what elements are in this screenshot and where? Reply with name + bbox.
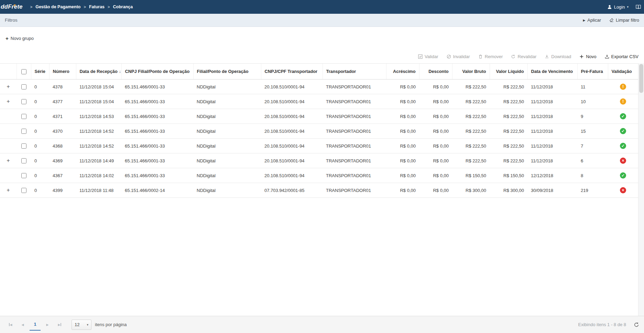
column-header-desconto[interactable]: Desconto <box>419 64 452 79</box>
column-label: CNPJ/CPF Transportador <box>265 69 318 74</box>
cell-filial: NDDigital <box>193 168 261 183</box>
cell-acrescimo: R$ 0,00 <box>386 94 419 109</box>
table-row: +0437711/12/2018 15:0465.151.466/0001-33… <box>0 94 638 109</box>
cell-vencimento: 11/12/2018 <box>527 124 577 139</box>
validation-success-icon: ✓ <box>620 143 626 149</box>
cell-desconto: R$ 0,00 <box>419 139 452 153</box>
cell-valor_liquido: R$ 222,50 <box>490 79 527 94</box>
row-checkbox[interactable] <box>21 188 26 193</box>
prev-page-button[interactable]: ◀ <box>17 319 28 331</box>
remove-button[interactable]: Remover <box>478 54 503 59</box>
new-button[interactable]: Novo <box>579 54 596 59</box>
clear-filter-button[interactable]: Limpar filtro <box>609 18 639 23</box>
row-checkbox[interactable] <box>21 99 26 104</box>
cell-vencimento: 30/09/2018 <box>527 183 577 198</box>
select-all-header[interactable] <box>17 64 31 79</box>
invoice-grid: SérieNúmeroData de Recepção↓CNPJ Filial/… <box>0 63 644 198</box>
vertical-scrollbar[interactable] <box>638 63 644 316</box>
action-label: Validar <box>425 54 438 59</box>
checkbox-cell <box>17 153 31 168</box>
cell-pre_fatura: 219 <box>577 183 608 198</box>
book-icon[interactable] <box>635 4 642 10</box>
column-header-vencimento[interactable]: Data de Vencimento <box>527 64 577 79</box>
column-label: Acréscimo <box>393 69 415 74</box>
column-header-acrescimo[interactable]: Acréscimo <box>386 64 419 79</box>
column-label: Validação <box>612 69 632 74</box>
expand-row-icon[interactable]: + <box>7 99 10 104</box>
table-row: 0436811/12/2018 14:5265.151.466/0001-33N… <box>0 139 638 153</box>
select-all-checkbox[interactable] <box>21 69 26 74</box>
table-row: 0437111/12/2018 14:5365.151.466/0001-33N… <box>0 109 638 124</box>
cell-serie: 0 <box>31 168 49 183</box>
table-row: +0439911/12/2018 11:4865.151.466/0002-14… <box>0 183 638 198</box>
cell-pre_fatura: 15 <box>577 124 608 139</box>
cell-pre_fatura: 9 <box>577 109 608 124</box>
scrollbar-thumb[interactable] <box>639 64 643 93</box>
breadcrumb-gestao-de-pagamento[interactable]: Gestão de Pagamento <box>35 4 80 9</box>
check-square-icon <box>418 54 423 59</box>
cell-valor_bruto: R$ 222,50 <box>452 124 490 139</box>
play-icon: ▶ <box>583 19 585 22</box>
row-checkbox[interactable] <box>21 129 26 134</box>
column-header-cnpj_transportador[interactable]: CNPJ/CPF Transportador <box>261 64 323 79</box>
first-page-button[interactable]: ◀ <box>5 319 16 331</box>
logo[interactable]: ddFrete <box>0 3 26 10</box>
current-page-button[interactable]: 1 <box>30 319 41 331</box>
column-header-valor_liquido[interactable]: Valor Líquido <box>490 64 527 79</box>
expand-row-icon[interactable]: + <box>7 158 10 163</box>
breadcrumb-cobranca[interactable]: Cobrança <box>113 4 133 9</box>
login-menu[interactable]: Login ▾ <box>607 4 629 10</box>
column-header-validacao[interactable]: Validação <box>608 64 638 79</box>
expand-row-icon[interactable]: + <box>7 187 10 193</box>
cell-valor_bruto: R$ 222,50 <box>452 109 490 124</box>
cell-filial: NDDigital <box>193 109 261 124</box>
cell-acrescimo: R$ 0,00 <box>386 79 419 94</box>
cell-transportador: TRANSPORTADOR01 <box>323 153 386 168</box>
next-page-button[interactable]: ▶ <box>42 319 53 331</box>
column-header-pre_fatura[interactable]: Pré-Fatura <box>577 64 608 79</box>
column-header-serie[interactable]: Série <box>31 64 49 79</box>
row-checkbox[interactable] <box>21 173 26 178</box>
breadcrumb-faturas[interactable]: Faturas <box>89 4 105 9</box>
cell-cnpj_filial: 65.151.466/0001-33 <box>121 139 193 153</box>
revalidate-button[interactable]: Revalidar <box>511 54 536 59</box>
row-checkbox[interactable] <box>21 158 26 163</box>
login-label: Login <box>614 4 625 10</box>
column-header-numero[interactable]: Número <box>49 64 76 79</box>
expand-row-icon[interactable]: + <box>7 84 10 89</box>
row-checkbox[interactable] <box>21 114 26 119</box>
validate-button[interactable]: Validar <box>418 54 438 59</box>
new-group-button[interactable]: + Novo grupo <box>6 35 34 41</box>
refresh-button[interactable] <box>634 322 639 327</box>
last-page-button[interactable]: ▶ <box>54 319 65 331</box>
row-checkbox[interactable] <box>21 84 26 89</box>
cell-serie: 0 <box>31 183 49 198</box>
column-header-valor_bruto[interactable]: Valor Bruto <box>452 64 490 79</box>
cell-numero: 4367 <box>49 168 76 183</box>
cell-recepcao: 11/12/2018 14:52 <box>76 124 121 139</box>
apply-filter-button[interactable]: ▶ Aplicar <box>583 18 601 23</box>
cell-cnpj_filial: 65.151.466/0001-33 <box>121 79 193 94</box>
topbar: ddFrete > Gestão de Pagamento > Faturas … <box>0 0 644 14</box>
download-button[interactable]: Download <box>545 54 571 59</box>
cell-vencimento: 11/12/2018 <box>527 153 577 168</box>
validation-cell: ! <box>608 79 638 94</box>
column-header-transportador[interactable]: Transportador <box>323 64 386 79</box>
column-header-cnpj_filial[interactable]: CNPJ Filial/Ponto de Operação <box>121 64 193 79</box>
column-header-filial[interactable]: Filial/Ponto de Operação <box>193 64 261 79</box>
expand-cell: + <box>0 94 17 109</box>
cell-valor_bruto: R$ 222,50 <box>452 139 490 153</box>
page-size-select[interactable]: 12 ▾ <box>72 320 91 330</box>
cell-cnpj_transportador: 20.108.510/0001-94 <box>261 168 323 183</box>
cell-filial: NDDigital <box>193 139 261 153</box>
cell-vencimento: 11/12/2018 <box>527 139 577 153</box>
checkbox-cell <box>17 168 31 183</box>
export-csv-button[interactable]: Exportar CSV <box>605 54 638 59</box>
row-checkbox[interactable] <box>21 143 26 149</box>
invalidate-button[interactable]: Invalidar <box>447 54 470 59</box>
column-header-recepcao[interactable]: Data de Recepção↓ <box>76 64 121 79</box>
cell-acrescimo: R$ 0,00 <box>386 168 419 183</box>
cell-acrescimo: R$ 0,00 <box>386 109 419 124</box>
expand-cell: + <box>0 153 17 168</box>
chevron-down-icon: ▾ <box>627 5 629 9</box>
